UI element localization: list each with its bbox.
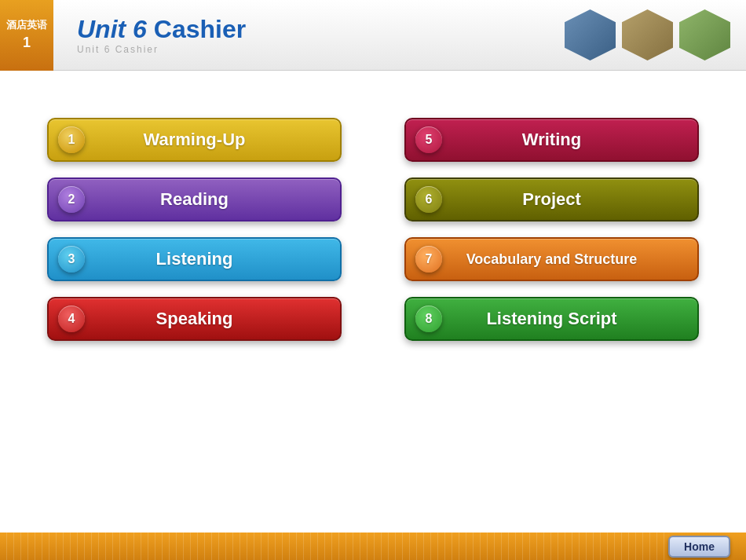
badge-6: 6: [415, 186, 442, 213]
sidebar-logo: 酒店英语 1: [0, 0, 53, 71]
label-speaking: Speaking: [156, 309, 233, 329]
menu-button-vocabulary[interactable]: 7 Vocabulary and Structure: [404, 237, 699, 281]
label-writing: Writing: [522, 130, 581, 150]
badge-7: 7: [415, 246, 442, 273]
menu-button-project[interactable]: 6 Project: [404, 178, 699, 221]
header-image-3: [679, 9, 730, 60]
header-image-1: [565, 9, 616, 60]
label-reading: Reading: [160, 189, 229, 210]
menu-button-reading[interactable]: 2 Reading: [47, 178, 342, 221]
menu-button-warming-up[interactable]: 1 Warming-Up: [47, 118, 342, 162]
badge-8: 8: [415, 306, 442, 332]
badge-2: 2: [58, 186, 85, 213]
badge-5: 5: [415, 126, 442, 153]
bottom-bar-pattern: [0, 533, 667, 560]
label-vocabulary: Vocabulary and Structure: [466, 251, 638, 268]
badge-4: 4: [58, 306, 85, 332]
badge-3: 3: [58, 246, 85, 273]
sidebar-number: 1: [23, 35, 31, 51]
badge-1: 1: [58, 126, 85, 153]
label-warming-up: Warming-Up: [144, 130, 246, 150]
main-content: 1 Warming-Up 5 Writing 2 Reading 6 Proje…: [0, 71, 746, 533]
title-main: Cashier: [154, 15, 246, 43]
label-listening: Listening: [156, 249, 233, 269]
label-listening-script: Listening Script: [486, 309, 616, 329]
menu-button-writing[interactable]: 5 Writing: [404, 118, 699, 162]
header-image-2: [622, 9, 673, 60]
menu-button-listening-script[interactable]: 8 Listening Script: [404, 297, 699, 341]
home-button[interactable]: Home: [668, 536, 730, 558]
header-images: [565, 9, 746, 60]
page-title-area: Unit 6 Cashier Unit 6 Cashier: [53, 15, 565, 55]
menu-grid: 1 Warming-Up 5 Writing 2 Reading 6 Proje…: [47, 102, 699, 341]
menu-button-speaking[interactable]: 4 Speaking: [47, 297, 342, 341]
page-title: Unit 6 Cashier: [77, 15, 565, 44]
menu-button-listening[interactable]: 3 Listening: [47, 237, 342, 281]
title-reflection: Unit 6 Cashier: [77, 44, 565, 55]
header: 酒店英语 1 Unit 6 Cashier Unit 6 Cashier: [0, 0, 746, 71]
title-prefix: Unit 6: [77, 15, 154, 43]
bottom-bar: Home: [0, 533, 746, 560]
sidebar-chinese: 酒店英语: [6, 19, 47, 31]
label-project: Project: [522, 189, 581, 210]
